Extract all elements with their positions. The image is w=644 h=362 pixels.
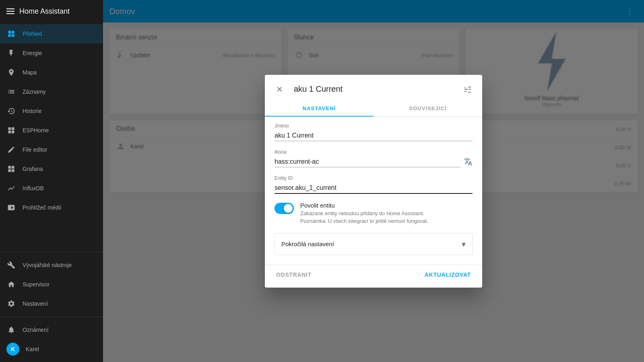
name-input[interactable] xyxy=(275,130,473,141)
sidebar-item-label: ESPHome xyxy=(23,127,49,134)
enable-entity-toggle-row: Povolit entitu Zakázané entity nebudou p… xyxy=(275,202,473,225)
sidebar-item-mapa[interactable]: Mapa xyxy=(0,63,103,82)
icon-picker-button[interactable] xyxy=(464,157,473,166)
dialog-footer: ODSTRANIT AKTUALIZOVAT xyxy=(265,265,482,288)
energy-icon xyxy=(6,48,16,58)
sidebar-item-label: Supervisor xyxy=(23,281,50,288)
sidebar-item-label: File editor xyxy=(23,146,47,153)
sidebar-item-energie[interactable]: Energie xyxy=(0,43,103,63)
grid-icon xyxy=(6,29,16,39)
advanced-settings-section: Pokročilá nastavení ▾ xyxy=(275,233,473,255)
esphome-icon xyxy=(6,125,16,135)
icon-input[interactable] xyxy=(275,156,460,167)
toggle-description: Povolit entitu Zakázané entity nebudou p… xyxy=(300,202,428,225)
sidebar-item-zaznamy[interactable]: Záznamy xyxy=(0,82,103,101)
sidebar-bottom: Vývojářské nástroje Supervisor Nastavení… xyxy=(0,249,103,362)
icon-field-group: Ikona xyxy=(275,149,473,167)
dialog-title: aku 1 Current xyxy=(294,84,453,94)
sidebar-item-label: Přehled xyxy=(23,31,42,37)
sidebar: Home Assistant Přehled Energie Mapa Zázn… xyxy=(0,0,103,362)
sidebar-item-label: Záznamy xyxy=(23,88,46,95)
username-label: Karel xyxy=(26,346,39,352)
tab-nastaveni[interactable]: NASTAVENÍ xyxy=(265,101,374,116)
dialog-overlay[interactable]: ✕ aku 1 Current NASTAVENÍ SOUVISEJÍCÍ Jm… xyxy=(103,0,644,362)
sidebar-item-grafana[interactable]: Grafana xyxy=(0,159,103,179)
sidebar-item-label: Oznámení xyxy=(23,327,49,333)
dialog-body: Jméno Ikona Entity ID xyxy=(265,117,482,265)
map-icon xyxy=(6,68,16,77)
delete-button[interactable]: ODSTRANIT xyxy=(271,268,316,281)
menu-icon[interactable] xyxy=(6,8,14,14)
dialog-header: ✕ aku 1 Current xyxy=(265,75,482,97)
sidebar-item-label: Nastavení xyxy=(23,300,48,307)
main-area: Domov ⋮ Binární senzor Updater Aktualiza… xyxy=(103,0,644,362)
sidebar-divider-2 xyxy=(0,317,103,317)
tools-icon xyxy=(6,260,16,270)
enable-entity-toggle[interactable] xyxy=(275,203,294,214)
sidebar-divider xyxy=(0,252,103,252)
sidebar-item-label: InfluxDB xyxy=(23,185,44,191)
sidebar-item-nastaveni[interactable]: Nastavení xyxy=(0,294,103,313)
supervisor-icon xyxy=(6,280,16,289)
toggle-description-text: Zakázané entity nebudou přidány do Home … xyxy=(300,210,428,225)
advanced-settings-toggle[interactable]: Pokročilá nastavení ▾ xyxy=(275,234,472,255)
entity-id-label: Entity ID xyxy=(275,175,473,181)
icon-field-row xyxy=(275,156,473,167)
sidebar-item-label: Energie xyxy=(23,50,42,56)
sidebar-item-user[interactable]: K Karel xyxy=(0,339,103,359)
sidebar-item-label: Grafana xyxy=(23,166,43,172)
sidebar-item-prohlizec[interactable]: Prohlížeč médií xyxy=(0,198,103,217)
sidebar-item-label: Prohlížeč médií xyxy=(23,204,61,211)
notification-icon xyxy=(6,325,16,335)
dialog-tabs: NASTAVENÍ SOUVISEJÍCÍ xyxy=(265,101,482,117)
name-field-label: Jméno xyxy=(275,123,473,129)
sidebar-item-supervisor[interactable]: Supervisor xyxy=(0,275,103,294)
sidebar-item-label: Vývojářské nástroje xyxy=(23,262,72,268)
influxdb-icon xyxy=(6,183,16,193)
toggle-label: Povolit entitu xyxy=(300,202,428,209)
entity-id-field-group: Entity ID xyxy=(275,175,473,194)
sidebar-item-label: Mapa xyxy=(23,69,37,76)
name-field-group: Jméno xyxy=(275,123,473,141)
sidebar-item-historie[interactable]: Historie xyxy=(0,101,103,121)
file-editor-icon xyxy=(6,145,16,154)
sidebar-item-prehled[interactable]: Přehled xyxy=(0,24,103,43)
settings-icon xyxy=(6,299,16,309)
icon-field-label: Ikona xyxy=(275,149,473,155)
sidebar-item-file-editor[interactable]: File editor xyxy=(0,140,103,159)
chevron-down-icon: ▾ xyxy=(462,239,466,249)
close-button[interactable]: ✕ xyxy=(271,81,287,97)
history-icon xyxy=(6,106,16,116)
update-button[interactable]: AKTUALIZOVAT xyxy=(420,268,476,281)
list-icon xyxy=(6,87,16,97)
sidebar-header: Home Assistant xyxy=(0,0,103,23)
toggle-thumb xyxy=(284,204,293,213)
sidebar-item-label: Historie xyxy=(23,108,41,114)
advanced-label: Pokročilá nastavení xyxy=(281,241,334,247)
tab-souvisejici[interactable]: SOUVISEJÍCÍ xyxy=(374,101,482,116)
dialog-settings-button[interactable] xyxy=(460,81,476,97)
sidebar-nav: Přehled Energie Mapa Záznamy Historie xyxy=(0,23,103,249)
sidebar-item-oznámení[interactable]: Oznámení xyxy=(0,320,103,339)
media-icon xyxy=(6,203,16,212)
avatar: K xyxy=(6,343,19,356)
grafana-icon xyxy=(6,164,16,174)
sidebar-item-esphome[interactable]: ESPHome xyxy=(0,121,103,140)
entity-id-input[interactable] xyxy=(275,183,473,194)
sidebar-item-influxdb[interactable]: InfluxDB xyxy=(0,179,103,198)
sidebar-item-vyvojar[interactable]: Vývojářské nástroje xyxy=(0,255,103,275)
app-title: Home Assistant xyxy=(19,7,70,16)
entity-settings-dialog: ✕ aku 1 Current NASTAVENÍ SOUVISEJÍCÍ Jm… xyxy=(265,75,482,288)
